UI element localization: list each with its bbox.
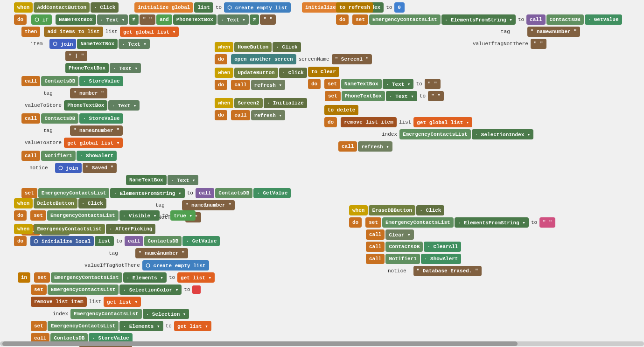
notequal1[interactable]: ≠ [129, 14, 139, 25]
contacts-db5[interactable]: ContactsDB [385, 242, 423, 252]
get-global-list3[interactable]: get global list ▾ [413, 117, 472, 127]
elements-from-string2[interactable]: · ElementsFromString ▾ [441, 14, 516, 25]
emergency-list6[interactable]: EmergencyContactsList [51, 272, 122, 283]
add-contact-button-event[interactable]: AddContactButton [34, 2, 90, 13]
erase-db-button-event[interactable]: EraseDBButton [369, 205, 415, 215]
elements-prop1[interactable]: · Elements ▾ [123, 272, 167, 283]
update-button-event[interactable]: UpdateButton [234, 68, 278, 78]
list-local-var[interactable]: list [95, 236, 113, 246]
clear-all-method[interactable]: · ClearAll [424, 242, 461, 252]
to-clear[interactable]: to Clear [308, 67, 339, 77]
join-block2[interactable]: ⬡ join [55, 163, 82, 173]
get-list2[interactable]: get list ▾ [104, 297, 141, 307]
phone-textbox-text1[interactable]: PhoneTextBox [173, 14, 217, 25]
empty-str7[interactable]: " " [539, 217, 555, 228]
emergency-list-event[interactable]: EmergencyContactsList [34, 224, 105, 234]
open-screen[interactable]: open another screen [231, 54, 296, 64]
screen2-event[interactable]: Screen2 [234, 98, 262, 108]
emergency-list4[interactable]: EmergencyContactsList [47, 210, 119, 221]
name-number-tag3[interactable]: " name&number " [527, 27, 580, 37]
name-textbox-text1[interactable]: NameTextBox [56, 14, 96, 25]
contacts-db6[interactable]: ContactsDB [144, 236, 182, 246]
db-erased-str[interactable]: " Database Erased. " [413, 266, 482, 276]
name-number-tag1[interactable]: " name&number " [70, 125, 123, 136]
text-prop6[interactable]: · Text ▾ [168, 175, 199, 185]
phone-textbox2[interactable]: PhoneTextBox [65, 63, 109, 73]
refresh-method1[interactable]: refresh ▾ [251, 80, 285, 90]
elements-prop2[interactable]: · Elements ▾ [119, 321, 163, 331]
show-alert2[interactable]: · ShowAlert [421, 254, 462, 264]
visible-prop[interactable]: · Visible ▾ [119, 210, 160, 221]
get-value1[interactable]: · GetValue [253, 188, 291, 198]
contacts-db2[interactable]: ContactsDB [41, 113, 78, 124]
update-click[interactable]: · Click [279, 68, 307, 78]
text-prop4[interactable]: · Text ▾ [110, 63, 141, 73]
get-value3[interactable]: · GetValue [182, 236, 220, 246]
join-block1[interactable]: ⬡ join [49, 39, 76, 49]
phone-textbox-comp[interactable]: PhoneTextBox [342, 91, 385, 101]
empty-str2[interactable]: " " [260, 14, 276, 25]
emergency-list7[interactable]: EmergencyContactsList [48, 285, 119, 295]
selection-color-prop[interactable]: · SelectionColor ▾ [119, 285, 182, 295]
in-keyword[interactable]: in [18, 272, 30, 283]
add-items-label[interactable]: add items to list [44, 27, 103, 37]
number-tag[interactable]: " number " [70, 88, 107, 98]
clear-method2[interactable]: Clear ▾ [385, 229, 413, 240]
text-prop2[interactable]: · Text ▾ [217, 14, 249, 25]
and-keyword[interactable]: and [156, 14, 172, 25]
notifier2[interactable]: Notifier1 [385, 254, 420, 264]
horizontal-scrollbar[interactable] [0, 341, 644, 346]
refresh-method3[interactable]: refresh ▾ [358, 141, 392, 152]
store-value1[interactable]: · StoreValue [79, 76, 123, 86]
contacts-db3[interactable]: ContactsDB [215, 188, 252, 198]
true-val[interactable]: true ▾ [170, 210, 196, 221]
text-prop5[interactable]: · Text ▾ [108, 100, 140, 111]
emergency-list1[interactable]: EmergencyContactsList [38, 188, 110, 198]
elements-from-string3[interactable]: · ElementsFromString ▾ [455, 217, 529, 228]
emergency-list3[interactable]: EmergencyContactsList [399, 129, 471, 139]
home-click[interactable]: · Click [273, 42, 301, 52]
notequal2[interactable]: ≠ [250, 14, 259, 25]
init-global-list[interactable]: initialize global [134, 2, 193, 13]
refresh-method2[interactable]: refresh ▾ [251, 110, 285, 120]
text-to-empty1[interactable]: · Text ▾ [383, 79, 414, 89]
emergency-list2[interactable]: EmergencyContactsList [369, 14, 441, 25]
separator-str[interactable]: " | " [65, 51, 87, 61]
to-delete[interactable]: to delete [324, 105, 358, 115]
emergency-list8[interactable]: EmergencyContactsList [70, 309, 142, 319]
show-alert1[interactable]: · ShowAlert [77, 151, 117, 161]
remove-list2[interactable]: remove list item [31, 297, 87, 307]
screen1-str[interactable]: " Screen1 " [332, 54, 372, 64]
create-empty2[interactable]: ⬡ create empty list [142, 260, 209, 271]
name-number-tag4[interactable]: " name&number " [135, 248, 188, 258]
contacts-db4[interactable]: ContactsDB [546, 14, 584, 25]
erase-click[interactable]: · Click [416, 205, 444, 215]
to-refresh[interactable]: to refresh [336, 2, 373, 13]
red-color-block[interactable] [192, 285, 201, 294]
selection-index[interactable]: · SelectionIndex ▾ [472, 129, 534, 139]
phone-textbox3[interactable]: PhoneTextBox [64, 100, 107, 111]
elements-from-string1[interactable]: · ElementsFromString ▾ [110, 188, 184, 198]
empty-str4[interactable]: " " [531, 39, 546, 49]
home-button-event[interactable]: HomeButton [234, 42, 272, 52]
name-textbox2[interactable]: NameTextBox [77, 39, 118, 49]
text-prop3[interactable]: · Text ▾ [119, 39, 150, 49]
emergency-list5[interactable]: EmergencyContactsList [382, 217, 454, 228]
get-list-local[interactable]: get list ▾ [177, 272, 215, 283]
screen2-init[interactable]: · Initialize [264, 98, 307, 108]
remove-list-item[interactable]: remove list item [341, 117, 397, 127]
empty-str5[interactable]: " " [425, 79, 441, 89]
contacts-db1[interactable]: ContactsDB [41, 76, 78, 86]
list-var[interactable]: list [194, 2, 213, 13]
if-keyword[interactable]: ⬡ if [31, 14, 52, 25]
text-to-empty2[interactable]: · Text ▾ [386, 91, 417, 101]
empty-str1[interactable]: " " [140, 14, 155, 25]
delete-click[interactable]: · Click [78, 198, 106, 208]
empty-str6[interactable]: " " [428, 91, 444, 101]
saved-str[interactable]: " Saved " [83, 163, 117, 173]
text-prop1[interactable]: · Text ▾ [97, 14, 128, 25]
selection-prop[interactable]: · Selection ▾ [143, 309, 189, 319]
init-local[interactable]: ⬡ initialize local [30, 236, 94, 246]
delete-button-event[interactable]: DeleteButton [34, 198, 77, 208]
get-global-list1[interactable]: get global list ▾ [120, 27, 179, 37]
